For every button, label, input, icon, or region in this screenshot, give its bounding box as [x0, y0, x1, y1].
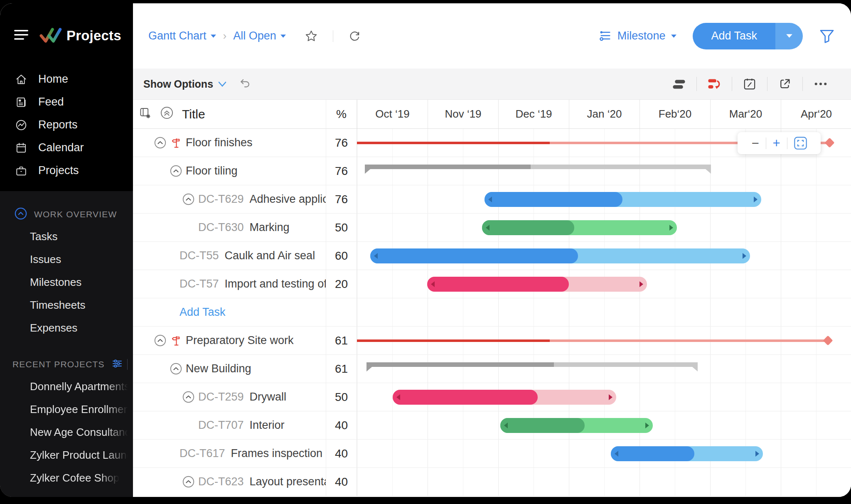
sidebar-item-issues[interactable]: Issues — [0, 248, 133, 271]
breadcrumb: Gantt Chart › All Open — [148, 30, 361, 43]
undo-icon[interactable] — [239, 78, 251, 90]
add-task-button[interactable]: Add Task — [693, 23, 775, 49]
bar-right-handle-icon[interactable] — [669, 225, 673, 231]
task-timeline-cell — [357, 411, 851, 439]
table-row[interactable]: DC-T617Frames inspection40 — [133, 440, 851, 468]
task-name: Floor finishes — [186, 136, 253, 149]
sidebar-item-reports[interactable]: Reports — [0, 113, 133, 136]
column-settings-icon[interactable] — [139, 106, 152, 122]
task-timeline-bar[interactable] — [485, 192, 761, 207]
chevron-down-icon — [786, 34, 793, 38]
task-timeline-bar[interactable] — [393, 390, 616, 405]
task-timeline-cell — [357, 440, 851, 467]
recent-project-zylker-product-launch[interactable]: Zylker Product Launch — [0, 444, 133, 467]
sidebar-item-projects[interactable]: Projects — [0, 159, 133, 182]
bar-right-handle-icon[interactable] — [645, 423, 649, 428]
breadcrumb-view-dropdown[interactable]: Gantt Chart — [148, 30, 216, 42]
filter-funnel-icon[interactable] — [819, 28, 835, 44]
sidebar-item-milestones[interactable]: Milestones — [0, 271, 133, 294]
task-id: DC-T617 — [180, 447, 225, 460]
task-timeline-bar[interactable] — [500, 418, 653, 433]
sidebar-item-calendar[interactable]: Calendar — [0, 136, 133, 159]
sidebar-item-expenses[interactable]: Expenses — [0, 317, 133, 339]
task-timeline-bar[interactable] — [482, 220, 677, 235]
task-timeline-bar[interactable] — [611, 446, 763, 461]
bar-left-handle-icon[interactable] — [488, 197, 492, 202]
collapse-row-icon[interactable] — [182, 475, 195, 488]
baseline-view-icon[interactable] — [662, 77, 696, 91]
milestone-diamond — [823, 335, 833, 345]
bar-left-handle-icon[interactable] — [396, 394, 400, 400]
reports-icon — [15, 119, 27, 131]
collapse-section-icon[interactable] — [14, 207, 27, 222]
critical-path-icon[interactable] — [697, 77, 732, 91]
zoom-in-button[interactable]: + — [766, 137, 787, 150]
zoom-out-button[interactable]: − — [745, 137, 765, 150]
table-row[interactable]: DC-T629Adhesive application76 — [133, 185, 851, 214]
group-by-dropdown[interactable]: Milestone — [599, 30, 677, 43]
bar-right-handle-icon[interactable] — [639, 281, 643, 287]
task-percent-cell: 20 — [326, 270, 357, 298]
more-options-icon[interactable] — [803, 77, 839, 91]
show-options-dropdown[interactable]: Show Options — [143, 78, 226, 90]
sidebar-item-tasks[interactable]: Tasks — [0, 225, 133, 248]
sidebar-item-timesheets[interactable]: Timesheets — [0, 294, 133, 317]
bar-right-handle-icon[interactable] — [755, 451, 759, 457]
recent-project-employee-enrollment[interactable]: Employee Enrollment — [0, 398, 133, 421]
table-row[interactable]: Preparatory Site work61 — [133, 327, 851, 355]
hamburger-menu-icon[interactable] — [14, 29, 30, 43]
add-task-row[interactable]: Add Task — [133, 298, 851, 327]
sidebar-item-home[interactable]: Home — [0, 68, 133, 91]
bar-left-handle-icon[interactable] — [486, 225, 489, 231]
table-row[interactable]: DC-T259Drywall50 — [133, 383, 851, 411]
table-row[interactable]: New Building61 — [133, 355, 851, 383]
bar-left-handle-icon[interactable] — [431, 281, 435, 287]
milestone-timeline-bar[interactable] — [357, 339, 828, 342]
fit-to-screen-button[interactable] — [787, 136, 814, 150]
breadcrumb-filter-dropdown[interactable]: All Open — [233, 30, 286, 42]
collapse-row-icon[interactable] — [182, 193, 195, 206]
filter-projects-icon[interactable] — [111, 358, 123, 371]
bar-right-handle-icon[interactable] — [754, 197, 758, 202]
refresh-icon[interactable] — [348, 30, 361, 42]
sidebar-item-feed[interactable]: Feed — [0, 91, 133, 113]
recent-project-donnelly-apartments[interactable]: Donnelly Apartments — [0, 375, 133, 398]
breadcrumb-separator: › — [223, 30, 227, 42]
add-task-split-button: Add Task — [693, 23, 803, 49]
favorite-star-icon[interactable] — [305, 30, 318, 43]
collapse-row-icon[interactable] — [170, 362, 182, 375]
bar-right-handle-icon[interactable] — [743, 253, 746, 259]
app-logo-text: Projects — [66, 28, 121, 44]
task-timeline-bar[interactable] — [427, 277, 647, 292]
bar-left-handle-icon[interactable] — [504, 423, 508, 428]
add-task-link[interactable]: Add Task — [180, 306, 226, 319]
recent-project-new-age-consultancy[interactable]: New Age Consultancy — [0, 421, 133, 444]
task-percent-value: 50 — [335, 391, 348, 404]
add-task-dropdown-button[interactable] — [775, 23, 803, 49]
table-row[interactable]: DC-T55Caulk and Air seal60 — [133, 242, 851, 270]
collapse-all-icon[interactable] — [160, 106, 174, 123]
collapse-row-icon[interactable] — [154, 136, 167, 149]
table-row[interactable]: DC-T57Import and testing of woo..20 — [133, 270, 851, 298]
bar-left-handle-icon[interactable] — [615, 451, 618, 457]
task-timeline-bar[interactable] — [370, 248, 750, 263]
projects-logo-icon — [38, 25, 64, 46]
collapse-row-icon[interactable] — [170, 165, 182, 177]
section-items: Donnelly ApartmentsEmployee EnrollmentNe… — [0, 375, 133, 493]
collapse-row-icon[interactable] — [154, 334, 167, 347]
table-row[interactable]: DC-T630Marking50 — [133, 214, 851, 242]
section-header-work-overview: WORK OVERVIEW — [0, 204, 133, 225]
section-title: WORK OVERVIEW — [34, 209, 117, 219]
bar-left-handle-icon[interactable] — [374, 253, 378, 259]
table-row[interactable]: DC-T623Layout presentation40 — [133, 468, 851, 496]
app-logo[interactable]: Projects — [38, 25, 121, 46]
calendar-view-icon[interactable] — [732, 77, 767, 91]
bar-right-handle-icon[interactable] — [609, 394, 612, 400]
fullscreen-expand-icon[interactable] — [767, 77, 802, 91]
recent-project-zylker-cofee-shop[interactable]: Zylker Cofee Shop — [0, 467, 133, 489]
timeline-month-headers: Oct ‘19Nov ‘19Dec ‘19Jan ‘20Feb‘20Mar‘20… — [357, 100, 851, 128]
collapse-row-icon[interactable] — [182, 391, 195, 403]
task-percent-value: 60 — [335, 249, 348, 263]
table-row[interactable]: Floor tiling76 — [133, 157, 851, 185]
table-row[interactable]: DC-T707Interior40 — [133, 411, 851, 440]
